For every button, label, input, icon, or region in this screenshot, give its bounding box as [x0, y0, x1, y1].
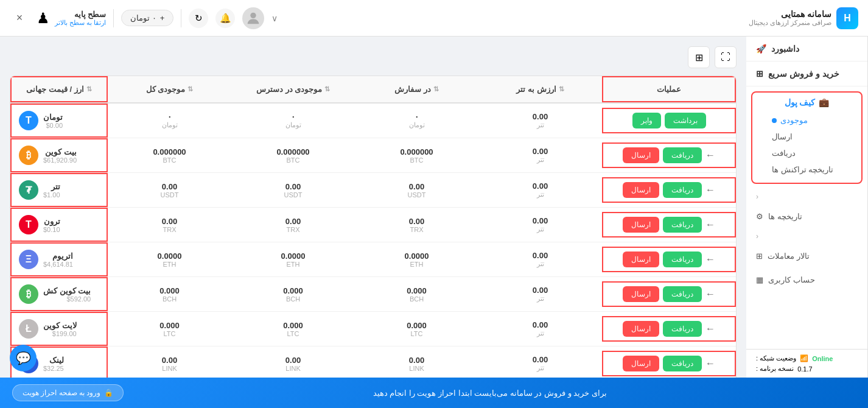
send-ltc[interactable]: ارسال: [623, 321, 659, 337]
wallet-title: 💼 کیف پول: [757, 97, 856, 107]
sort-icon-available: ⇅: [324, 85, 330, 93]
svg-point-0: [251, 12, 256, 18]
available-unit-bch: BCH: [236, 295, 350, 303]
total-unit-trx: TRX: [113, 226, 226, 233]
total-link: 0.00: [113, 356, 226, 365]
market-item[interactable]: تالار معاملات ⊞: [746, 244, 867, 268]
arrow-left-eth[interactable]: ←: [705, 254, 715, 265]
unit-link: تتر: [483, 364, 597, 372]
inorder-eth: 0.0000: [360, 251, 474, 261]
currency-price-usdt: $1.00: [43, 191, 60, 199]
balance-item[interactable]: موجودی: [757, 112, 856, 128]
receive-item[interactable]: دریافت: [757, 145, 856, 161]
currency-name-link: لینک: [43, 356, 64, 365]
table-row: ← دریافت ارسال 0.00 تتر 0.00 USDT 0.00: [10, 173, 736, 208]
collapse-right[interactable]: ‹: [746, 189, 867, 205]
topbar-icons: ∨ 🔔 ↻: [189, 7, 278, 29]
table-row: ← دریافت ارسال 0.00 تتر 0.000 BCH 0.000: [10, 277, 736, 312]
version-label: نسخه برنامه :: [756, 365, 794, 373]
send-link[interactable]: ارسال: [623, 356, 659, 371]
wire-button[interactable]: وایر: [632, 113, 661, 128]
table-row: ← دریافت ارسال 0.00 تتر 0.000000 BTC 0.0…: [10, 138, 736, 173]
value-usdt: 0.00: [483, 181, 597, 191]
history-label: تاریخچه ها: [768, 212, 802, 221]
td-total-bch: 0.000 BCH: [108, 280, 231, 309]
history-item[interactable]: تاریخچه ها ⚙: [746, 205, 867, 228]
td-total-toman: ۰ تومان: [108, 106, 231, 135]
inorder-btc: 0.000000: [360, 147, 474, 157]
dropdown-arrow[interactable]: ∨: [271, 13, 278, 23]
currency-price-btc: $61,920.90: [43, 157, 77, 164]
currency-name-trx: ترون: [43, 217, 60, 226]
receive-ltc[interactable]: دریافت: [663, 321, 702, 337]
receive-btc[interactable]: دریافت: [663, 147, 702, 163]
receive-bch[interactable]: دریافت: [663, 286, 702, 302]
send-btc[interactable]: ارسال: [623, 147, 659, 163]
add-icon: +: [160, 13, 165, 23]
td-total-eth: 0.0000 ETH: [108, 245, 231, 274]
divider: [181, 9, 181, 27]
transactions-label: تاریخچه تراکنش ها: [772, 165, 833, 174]
account-item[interactable]: حساب کاربری ▦: [746, 268, 867, 292]
refresh-button[interactable]: ↻: [189, 9, 208, 28]
available-bch: 0.000: [236, 286, 350, 295]
td-value-ltc: 0.00 تتر: [478, 314, 602, 343]
td-value-trx: 0.00 تتر: [478, 210, 602, 239]
arrow-left-bch[interactable]: ←: [705, 289, 715, 300]
wallet-icon: 💼: [819, 97, 829, 107]
arrow-left-trx[interactable]: ←: [705, 219, 715, 230]
grid-view-button[interactable]: ⊞: [688, 46, 710, 68]
td-inorder-usdt: 0.00 USDT: [355, 176, 478, 205]
value-toman: 0.00: [483, 112, 597, 121]
send-item[interactable]: ارسال: [757, 128, 856, 145]
balance-label: موجودی: [780, 116, 808, 125]
total-unit-toman: تومان: [113, 121, 226, 129]
currency-ltc: لایت کوین $199.00 Ł: [10, 312, 108, 346]
chat-button[interactable]: 💬: [10, 345, 37, 371]
status-area: Online 📶 وضعیت شبکه : 0.1.7 نسخه برنامه …: [746, 349, 867, 378]
coin-icon-trx: T: [19, 215, 38, 234]
identity-button[interactable]: 🔒 ورود به صفحه احراز هویت: [12, 384, 124, 401]
actions-btc: ← دریافت ارسال: [602, 142, 736, 168]
currency-info-bch: بیت کوین کش $592.00: [43, 286, 91, 303]
collapse-right2[interactable]: ‹: [746, 228, 867, 244]
withdraw-button[interactable]: برداشت: [665, 113, 706, 128]
level-area: سطح پایه ارتقا به سطح بالاتر ♟: [37, 10, 106, 27]
divider2: [113, 9, 114, 27]
notification-button[interactable]: 🔔: [215, 9, 235, 28]
expand-button[interactable]: ⛶: [715, 46, 737, 68]
currency-info-btc: بیت کوین $61,920.90: [43, 147, 77, 164]
send-usdt[interactable]: ارسال: [623, 182, 659, 198]
logo-text: سامانه همتایی صرافی منمرکز ارزهای دیجیتا…: [749, 9, 831, 27]
inorder-unit-link: LINK: [360, 365, 474, 372]
dashboard-title: داشبورد 🚀: [756, 44, 858, 54]
value-eth: 0.00: [483, 251, 597, 260]
total-unit-btc: BTC: [113, 157, 226, 164]
arrow-left-btc[interactable]: ←: [705, 150, 715, 161]
transactions-item[interactable]: تاریخچه تراکنش ها: [757, 161, 856, 178]
send-eth[interactable]: ارسال: [623, 251, 659, 267]
level-subtitle[interactable]: ارتقا به سطح بالاتر: [55, 19, 106, 27]
level-icon: ♟: [37, 10, 50, 27]
app-container: H سامانه همتایی صرافی منمرکز ارزهای دیجی…: [0, 0, 868, 408]
receive-usdt[interactable]: دریافت: [663, 182, 702, 198]
balance-button[interactable]: + ۰ تومان: [121, 10, 173, 26]
close-button[interactable]: ×: [10, 9, 29, 28]
receive-link[interactable]: دریافت: [663, 356, 702, 371]
currency-trx: ترون $0.10 T: [10, 208, 108, 242]
receive-trx[interactable]: دریافت: [663, 217, 702, 233]
td-inorder-btc: 0.000000 BTC: [355, 141, 478, 170]
buy-sell-icon: ⊞: [756, 69, 763, 79]
receive-eth[interactable]: دریافت: [663, 251, 702, 267]
arrow-left-link[interactable]: ←: [705, 358, 715, 369]
actions-ltc: ← دریافت ارسال: [602, 316, 736, 342]
send-bch[interactable]: ارسال: [623, 286, 659, 302]
arrow-left-ltc[interactable]: ←: [705, 323, 715, 334]
available-link: 0.00: [236, 356, 350, 365]
network-label: وضعیت شبکه :: [756, 354, 796, 362]
currency-name-btc: بیت کوین: [43, 147, 77, 157]
table-row: ← دریافت ارسال 0.00 تتر 0.00 TRX 0.00: [10, 208, 736, 242]
send-trx[interactable]: ارسال: [623, 217, 659, 233]
arrow-left-usdt[interactable]: ←: [705, 185, 715, 195]
balance-value: ۰ تومان: [130, 13, 156, 23]
